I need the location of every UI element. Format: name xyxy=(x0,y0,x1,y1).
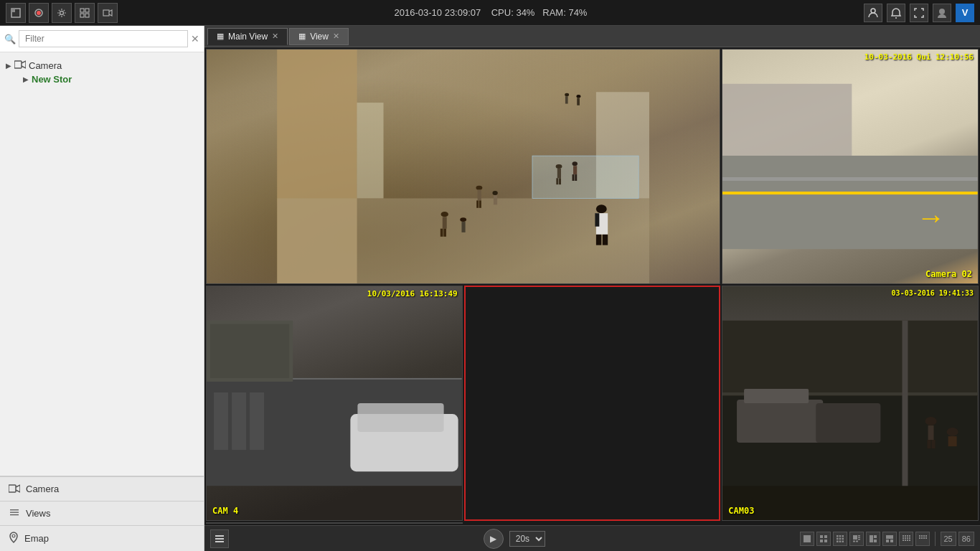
svg-rect-78 xyxy=(932,440,936,448)
svg-rect-105 xyxy=(874,535,877,538)
cam5-label: CAM03 xyxy=(728,506,754,516)
svg-rect-103 xyxy=(856,540,858,542)
window-icon[interactable] xyxy=(6,3,26,23)
tabbar: ▦ Main View ✕ ▦ View ✕ xyxy=(204,26,980,47)
svg-rect-127 xyxy=(921,537,923,539)
svg-rect-76 xyxy=(928,425,934,440)
svg-rect-125 xyxy=(925,535,927,537)
svg-point-3 xyxy=(37,11,41,15)
notifications-icon[interactable] xyxy=(887,4,905,22)
playback-icon[interactable] xyxy=(98,3,118,23)
svg-rect-129 xyxy=(925,537,927,539)
ram-label: RAM: xyxy=(542,7,566,18)
svg-point-43 xyxy=(441,212,448,217)
svg-rect-24 xyxy=(532,156,639,198)
layout-custom1-btn[interactable] xyxy=(866,532,880,546)
ram-value: 74% xyxy=(568,7,587,18)
camera-cell-6[interactable] xyxy=(206,522,463,524)
play-button[interactable]: ▶ xyxy=(484,529,504,549)
layout-custom4-btn[interactable] xyxy=(915,532,930,546)
time-select[interactable]: 5s 10s 20s 30s 60s xyxy=(509,531,545,547)
datetime-display: 2016-03-10 23:09:07 CPU: 34% RAM: 74% xyxy=(395,7,588,18)
cam3-label: CAM 4 xyxy=(212,506,238,516)
camera-cell-5[interactable]: 03-03-2016 19:41:33 CAM03 xyxy=(722,286,979,521)
main-layout: 🔍 ✕ ▶ Camera ▶ New Stor xyxy=(0,26,980,551)
svg-rect-86 xyxy=(824,535,827,538)
layout-custom3-btn[interactable] xyxy=(899,532,913,546)
svg-rect-110 xyxy=(903,535,904,537)
layout-3x3-btn[interactable] xyxy=(833,532,847,546)
profile-icon[interactable] xyxy=(864,4,882,22)
record-icon[interactable] xyxy=(29,3,49,23)
emap-button[interactable]: Emap xyxy=(0,525,204,551)
svg-rect-14 xyxy=(9,485,16,492)
bottombar-left xyxy=(210,529,229,548)
svg-rect-55 xyxy=(722,192,978,194)
filter-input[interactable] xyxy=(19,30,188,47)
layout-1x1-btn[interactable] xyxy=(800,532,814,546)
svg-rect-120 xyxy=(907,540,908,541)
svg-rect-77 xyxy=(928,440,931,448)
views-button[interactable]: Views xyxy=(0,501,204,525)
cpu-label: CPU: xyxy=(491,7,514,18)
svg-point-33 xyxy=(476,186,482,190)
tab-main-view[interactable]: ▦ Main View ✕ xyxy=(207,28,288,45)
camera-label: Camera xyxy=(29,60,62,71)
svg-rect-101 xyxy=(858,539,860,540)
svg-rect-6 xyxy=(85,9,89,12)
svg-point-25 xyxy=(556,164,562,169)
camera-cell-4[interactable] xyxy=(464,286,721,521)
svg-rect-117 xyxy=(909,537,910,539)
svg-rect-104 xyxy=(870,535,873,542)
svg-rect-84 xyxy=(804,535,811,542)
svg-rect-69 xyxy=(722,321,978,396)
emap-btn-icon xyxy=(9,532,19,545)
svg-rect-85 xyxy=(820,535,823,538)
camera-cell-2[interactable]: → 10-03-2016 Qui 12:10:56 Camera 02 xyxy=(722,49,979,284)
camera-btn-icon xyxy=(9,483,20,495)
svg-rect-62 xyxy=(232,392,246,450)
layout-2x2-btn[interactable] xyxy=(816,532,831,546)
fps-value: 25 xyxy=(944,534,953,543)
clear-filter-icon[interactable]: ✕ xyxy=(191,33,199,44)
fullscreen-icon[interactable] xyxy=(910,4,928,22)
svg-text:→: → xyxy=(917,202,946,233)
svg-rect-53 xyxy=(595,213,599,227)
cam2-label: Camera 02 xyxy=(925,269,972,279)
svg-rect-1 xyxy=(11,9,15,12)
svg-rect-46 xyxy=(443,229,446,237)
user-icon[interactable] xyxy=(933,4,951,22)
main-view-tab-close[interactable]: ✕ xyxy=(272,32,278,41)
svg-rect-48 xyxy=(461,222,465,232)
svg-rect-112 xyxy=(907,535,908,537)
tab-view[interactable]: ▦ View ✕ xyxy=(289,28,349,45)
camera-btn-label: Camera xyxy=(26,484,59,494)
svg-rect-45 xyxy=(440,229,443,237)
svg-rect-92 xyxy=(837,537,839,540)
svg-rect-52 xyxy=(603,235,608,245)
view-tab-close[interactable]: ✕ xyxy=(333,32,339,41)
svg-rect-113 xyxy=(909,535,910,537)
layout-custom2-btn[interactable] xyxy=(882,532,897,546)
layout-icon[interactable] xyxy=(75,3,95,23)
camera-tree-item[interactable]: ▶ Camera xyxy=(3,58,201,72)
camera-button[interactable]: Camera xyxy=(0,476,204,501)
camera-cell-1[interactable] xyxy=(206,49,720,284)
camera-cell-3[interactable]: 10/03/2016 16:13:49 CAM 4 xyxy=(206,286,463,521)
svg-rect-119 xyxy=(905,540,906,541)
version-icon[interactable]: V xyxy=(956,4,974,22)
svg-rect-35 xyxy=(476,200,479,207)
divider xyxy=(935,532,936,546)
svg-rect-114 xyxy=(903,537,904,539)
new-stor-item[interactable]: ▶ New Stor xyxy=(20,72,201,86)
svg-rect-63 xyxy=(250,392,264,450)
settings-icon[interactable] xyxy=(52,3,72,23)
layout-1plus5-btn[interactable] xyxy=(849,532,864,546)
list-view-icon[interactable] xyxy=(210,529,229,548)
svg-rect-71 xyxy=(737,400,823,443)
search-bar: 🔍 ✕ xyxy=(0,26,204,52)
new-stor-label: New Stor xyxy=(32,74,72,85)
svg-rect-90 xyxy=(839,535,841,537)
camera-tree-icon xyxy=(14,60,26,71)
svg-rect-100 xyxy=(858,537,860,538)
